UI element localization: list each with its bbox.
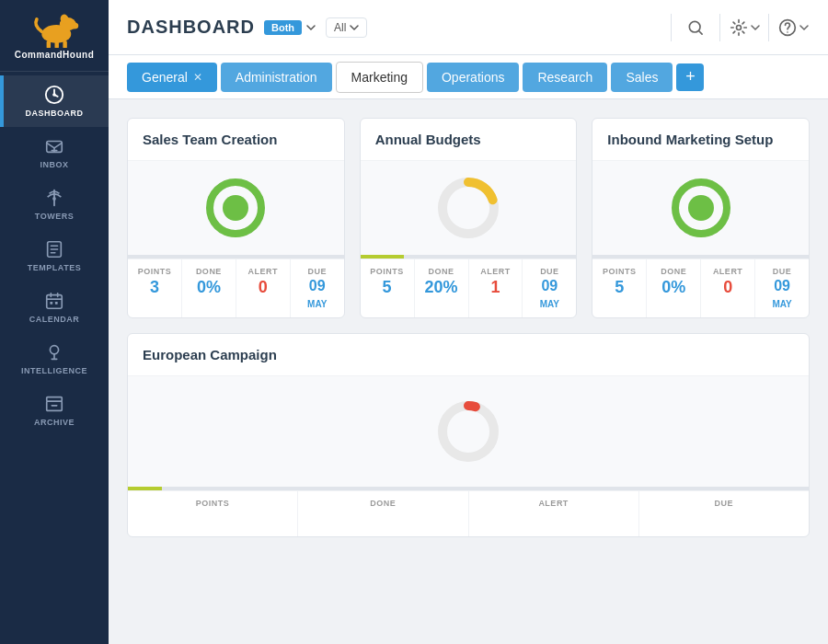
sidebar-item-dashboard[interactable]: DASHBOARD	[0, 75, 109, 127]
sidebar-label-towers: TOWERS	[35, 212, 74, 221]
card-progress-inbound	[592, 255, 809, 259]
tab-add-button[interactable]: +	[676, 63, 704, 91]
donut-european	[436, 399, 500, 464]
tab-general-close[interactable]: ✕	[193, 71, 202, 84]
sidebar-item-templates[interactable]: TEMPLATES	[0, 230, 109, 282]
tab-research[interactable]: Research	[523, 63, 607, 92]
stat-points-budgets: POINTS 5	[361, 259, 415, 317]
svg-point-21	[787, 31, 788, 33]
logo-icon	[29, 11, 80, 48]
card-footer-inbound: POINTS 5 DONE 0% ALERT 0 DUE 09	[592, 259, 809, 317]
tab-general[interactable]: General ✕	[127, 63, 217, 92]
tab-operations[interactable]: Operations	[427, 63, 519, 92]
intelligence-icon	[44, 342, 64, 362]
all-chevron-icon	[350, 23, 359, 32]
card-title-european: European Campaign	[128, 334, 809, 376]
card-sales-team-creation: Sales Team Creation	[127, 118, 345, 318]
tabs-bar: General ✕ Administration Marketing Opera…	[109, 55, 828, 99]
stat-alert-budgets: ALERT 1	[469, 259, 523, 317]
settings-chevron-icon	[751, 23, 760, 32]
stat-points-inbound: POINTS 5	[592, 259, 647, 317]
page-title: DASHBOARD	[127, 17, 255, 38]
card-title-annual-budgets: Annual Budgets	[361, 119, 577, 161]
stat-label: POINTS	[138, 267, 172, 276]
header-separator-2	[719, 14, 720, 41]
svg-point-29	[688, 195, 714, 221]
sidebar-item-inbox[interactable]: INBOX	[0, 127, 109, 178]
towers-icon	[44, 188, 64, 208]
donut-sales-team	[203, 176, 268, 240]
stat-done-inbound: DONE 0%	[647, 259, 701, 317]
logo-text: CommandHound	[15, 50, 95, 60]
card-footer-sales-team: POINTS 3 DONE 0% ALERT 0 DUE 09	[128, 259, 344, 317]
gear-icon	[730, 18, 748, 37]
main-area: DASHBOARD Both All	[109, 0, 828, 644]
tab-add-icon: +	[685, 67, 696, 86]
svg-point-30	[443, 406, 494, 457]
stat-due-budgets: DUE 09 MAY	[523, 259, 576, 317]
tab-sales[interactable]: Sales	[611, 63, 673, 92]
sidebar-label-archive: ARCHIVE	[34, 418, 75, 427]
sidebar-label-templates: TEMPLATES	[28, 263, 81, 272]
filter-both-badge[interactable]: Both	[264, 20, 302, 35]
stat-value: 0	[259, 278, 268, 297]
svg-rect-14	[55, 302, 58, 305]
stat-value: 3	[150, 278, 159, 297]
stat-alert-european: ALERT	[469, 491, 639, 536]
stat-label: ALERT	[248, 267, 279, 276]
header-separator	[671, 14, 672, 41]
sidebar: CommandHound DASHBOARD INBOX TOWERS	[0, 0, 109, 644]
donut-annual-budgets	[436, 176, 500, 240]
stat-done-budgets: DONE 20%	[415, 259, 469, 317]
card-body-annual-budgets	[361, 161, 577, 255]
top-cards-grid: Sales Team Creation	[127, 118, 810, 318]
sidebar-item-intelligence[interactable]: INTELLIGENCE	[0, 333, 109, 385]
card-progress-annual-budgets	[361, 255, 577, 259]
header-separator-3	[768, 14, 769, 41]
help-icon	[778, 18, 797, 37]
svg-point-19	[736, 25, 741, 29]
sidebar-item-archive[interactable]: ARCHIVE	[0, 385, 109, 436]
card-title-sales-team: Sales Team Creation	[128, 119, 344, 161]
sidebar-item-towers[interactable]: TOWERS	[0, 178, 109, 230]
stat-value: 0%	[197, 278, 221, 297]
filter-all-dropdown[interactable]: All	[326, 17, 367, 38]
card-title-inbound: Inbound Marketing Setup	[592, 119, 809, 161]
dashboard-icon	[44, 85, 64, 105]
tab-administration[interactable]: Administration	[221, 63, 332, 92]
tab-marketing[interactable]: Marketing	[336, 62, 423, 93]
sidebar-label-intelligence: INTELLIGENCE	[21, 366, 87, 375]
svg-rect-13	[50, 302, 52, 305]
archive-icon	[44, 394, 64, 414]
stat-done-sales: DONE 0%	[182, 259, 236, 317]
tab-operations-label: Operations	[442, 70, 504, 85]
card-european-campaign: European Campaign POINTS	[127, 333, 810, 537]
inbox-icon	[44, 136, 64, 156]
svg-rect-4	[63, 40, 66, 48]
stat-due-european: DUE	[639, 491, 809, 536]
sidebar-label-calendar: CALENDAR	[29, 315, 80, 324]
help-button[interactable]	[776, 11, 810, 44]
tab-sales-label: Sales	[626, 70, 658, 85]
svg-point-24	[223, 195, 248, 221]
templates-icon	[44, 239, 64, 259]
header: DASHBOARD Both All	[109, 0, 828, 55]
sidebar-item-calendar[interactable]: CALENDAR	[0, 282, 109, 333]
stat-alert-sales: ALERT 0	[236, 259, 291, 317]
svg-point-2	[70, 22, 78, 29]
card-body-inbound	[592, 161, 809, 255]
settings-button[interactable]	[728, 11, 761, 44]
stat-alert-inbound: ALERT 0	[701, 259, 755, 317]
content-area: Sales Team Creation	[109, 99, 828, 644]
search-icon	[686, 18, 705, 37]
both-chevron-icon[interactable]	[305, 22, 316, 33]
card-footer-annual-budgets: POINTS 5 DONE 20% ALERT 1 DUE 09	[361, 259, 577, 317]
stat-value: 09 MAY	[307, 278, 327, 310]
search-button[interactable]	[679, 11, 712, 44]
card-body-sales-team	[128, 161, 344, 255]
stat-label: DUE	[307, 267, 327, 276]
help-chevron-icon	[799, 23, 809, 32]
tab-general-label: General	[142, 70, 188, 85]
tab-research-label: Research	[537, 70, 592, 85]
stat-points-sales: POINTS 3	[128, 259, 182, 317]
